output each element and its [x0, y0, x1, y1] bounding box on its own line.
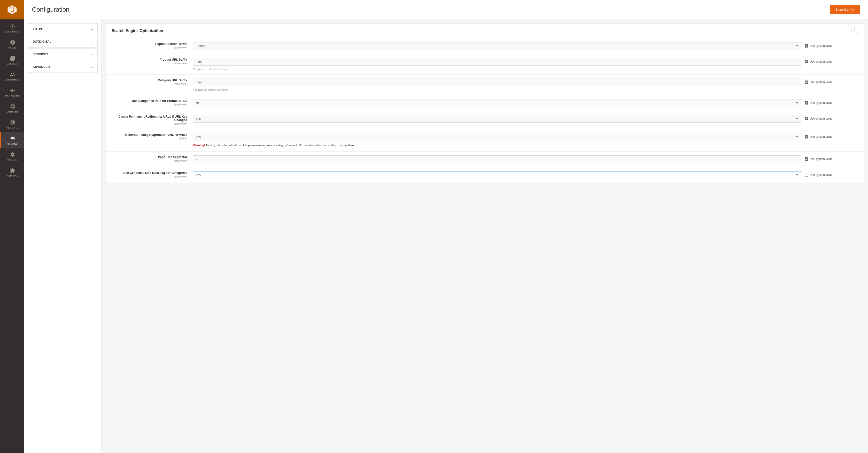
config-scope-categories-path: [store view]: [112, 103, 187, 106]
accordion-advanced-label: ADVANCED: [33, 65, 50, 68]
permanent-redirect-system-checkbox[interactable]: [805, 117, 808, 120]
config-label-cell-category-url: Category URL Suffix [store view]: [112, 79, 189, 85]
accordion-advanced-header[interactable]: ADVANCED ⌄: [28, 61, 97, 73]
canonical-categories-select[interactable]: Yes No: [193, 171, 801, 179]
chevron-down-icon-4: ⌄: [91, 65, 93, 68]
addons-icon: [10, 168, 15, 173]
seo-section: Search Engine Optimization ⇧ Popular Sea…: [105, 23, 864, 183]
page-title-separator-system-checkbox[interactable]: [805, 158, 808, 161]
url-rewrites-system-checkbox[interactable]: [805, 135, 808, 139]
permanent-redirect-select[interactable]: Yes No: [193, 115, 801, 123]
sales-icon: [10, 40, 15, 45]
accordion-yotpo-label: YOTPO: [33, 27, 43, 31]
category-url-cache-notice: You need to refresh the cache.: [193, 88, 801, 91]
categories-path-system-label[interactable]: Use system value: [810, 101, 833, 105]
page-title-separator-system-label[interactable]: Use system value: [810, 158, 833, 161]
page-title-separator-input[interactable]: [193, 155, 801, 163]
config-scope-page-title: [store view]: [112, 159, 187, 162]
config-input-cell-url-rewrites: Yes No Warning! Turning this option off …: [193, 133, 801, 147]
config-label-product-url: Product URL Suffix: [112, 58, 187, 61]
config-scope-canonical: [store view]: [112, 175, 187, 178]
marketing-icon: [10, 88, 15, 93]
chevron-down-icon: ⌄: [91, 27, 93, 31]
chevron-down-icon-2: ⌄: [91, 40, 93, 44]
config-input-cell-product-url: You need to refresh the cache.: [193, 58, 801, 70]
url-rewrites-select[interactable]: Yes No: [193, 133, 801, 141]
sidebar-item-addons[interactable]: ADD-ONS: [0, 164, 24, 180]
page-title: Configuration: [32, 6, 69, 13]
config-row-permanent-redirect: Create Permanent Redirect for URLs if UR…: [106, 111, 864, 129]
config-label-redirect: Create Permanent Redirect for URLs if UR…: [112, 115, 187, 122]
warning-text: Turning this option off will result in p…: [206, 144, 355, 147]
product-url-cache-notice: You need to refresh the cache.: [193, 68, 801, 70]
sidebar-item-stores[interactable]: STORES: [0, 133, 24, 148]
dashboard-icon: [10, 24, 15, 29]
system-icon: [10, 152, 15, 157]
accordion-dotdigital: DOTDIGITAL ⌄: [28, 36, 98, 48]
config-row-page-title-separator: Page Title Separator [store view] Use sy…: [106, 151, 864, 167]
accordion-services-header[interactable]: SERVICES ⌄: [28, 49, 97, 60]
customers-icon: [10, 72, 15, 77]
page-header: Configuration Save Config: [24, 0, 868, 20]
config-label-cell-categories-path: Use Categories Path for Product URLs [st…: [112, 99, 189, 106]
product-url-suffix-system-checkbox[interactable]: [805, 60, 808, 63]
config-label-page-title: Page Title Separator: [112, 155, 187, 159]
sidebar-item-sales[interactable]: SALES: [0, 36, 24, 52]
sidebar-item-system-label: SYSTEM: [7, 159, 18, 161]
main-content: Configuration Save Config YOTPO ⌄ DOTDIG…: [24, 0, 868, 453]
accordion-dotdigital-header[interactable]: DOTDIGITAL ⌄: [28, 36, 97, 47]
config-label-cell-canonical: Use Canonical Link Meta Tag For Categori…: [112, 171, 189, 178]
save-config-button[interactable]: Save Config: [830, 5, 860, 14]
accordion-yotpo-header[interactable]: YOTPO ⌄: [28, 24, 97, 35]
sidebar-item-content[interactable]: CONTENT: [0, 101, 24, 116]
sidebar-item-dashboard[interactable]: DASHBOARD: [0, 20, 24, 36]
catalog-icon: [10, 56, 15, 61]
section-collapse-button[interactable]: ⇧: [851, 27, 858, 34]
popular-search-terms-select[interactable]: Enable Disable: [193, 42, 801, 50]
config-input-cell-redirect: Yes No: [193, 115, 801, 123]
config-system-cell-page-title: Use system value: [805, 155, 858, 161]
config-system-cell-product-url: Use system value: [805, 58, 858, 63]
sidebar-item-catalog[interactable]: CATALOG: [0, 52, 24, 68]
config-rows: Popular Search Terms [store view] Enable…: [106, 38, 864, 183]
config-system-cell-category-url: Use system value: [805, 79, 858, 84]
sidebar-item-content-label: CONTENT: [6, 111, 19, 113]
config-row-product-url-suffix: Product URL Suffix [store view] You need…: [106, 54, 864, 75]
config-label-category-url: Category URL Suffix: [112, 79, 187, 82]
sidebar-item-system[interactable]: SYSTEM: [0, 148, 24, 164]
category-url-suffix-system-checkbox[interactable]: [805, 81, 808, 84]
popular-search-terms-system-checkbox[interactable]: [805, 44, 808, 48]
permanent-redirect-system-label[interactable]: Use system value: [810, 117, 833, 120]
sidebar-item-dashboard-label: DASHBOARD: [5, 31, 21, 33]
canonical-categories-system-checkbox[interactable]: [805, 173, 808, 176]
url-rewrites-system-label[interactable]: Use system value: [810, 135, 833, 139]
categories-path-system-checkbox[interactable]: [805, 101, 808, 105]
chevron-down-icon-3: ⌄: [91, 53, 93, 56]
config-scope-url-rewrites: [global]: [112, 137, 187, 140]
config-input-cell-popular: Enable Disable: [193, 42, 801, 50]
canonical-categories-system-label[interactable]: Use system value: [810, 173, 833, 176]
category-url-suffix-input[interactable]: [193, 79, 801, 86]
content-icon: [10, 104, 15, 109]
config-label-cell-redirect: Create Permanent Redirect for URLs if UR…: [112, 115, 189, 125]
logo-container: [0, 0, 24, 20]
config-label-canonical: Use Canonical Link Meta Tag For Categori…: [112, 171, 187, 175]
categories-path-select[interactable]: No Yes: [193, 99, 801, 107]
category-url-suffix-system-label[interactable]: Use system value: [810, 81, 833, 84]
sidebar: DASHBOARD SALES CATALOG CUSTOMERS MARKET…: [0, 0, 24, 453]
popular-search-terms-system-label[interactable]: Use system value: [810, 44, 833, 48]
config-scope-product-url: [store view]: [112, 62, 187, 65]
content-area: YOTPO ⌄ DOTDIGITAL ⌄ SERVICES ⌄: [24, 20, 868, 453]
product-url-suffix-input[interactable]: [193, 58, 801, 66]
config-system-cell-categories-path: Use system value: [805, 99, 858, 105]
config-system-cell-url-rewrites: Use system value: [805, 133, 858, 139]
sidebar-item-marketing[interactable]: MARKETING: [0, 84, 24, 101]
sidebar-item-reports[interactable]: REPORTS: [0, 116, 24, 133]
sidebar-item-catalog-label: CATALOG: [6, 62, 19, 65]
config-label-cell-page-title: Page Title Separator [store view]: [112, 155, 189, 162]
config-row-canonical-categories: Use Canonical Link Meta Tag For Categori…: [106, 167, 864, 183]
product-url-suffix-system-label[interactable]: Use system value: [810, 60, 833, 63]
config-input-cell-categories-path: No Yes: [193, 99, 801, 107]
sidebar-item-customers[interactable]: CUSTOMERS: [0, 68, 24, 84]
config-label-cell-url-rewrites: Generate "category/product" URL Rewrites…: [112, 133, 189, 140]
